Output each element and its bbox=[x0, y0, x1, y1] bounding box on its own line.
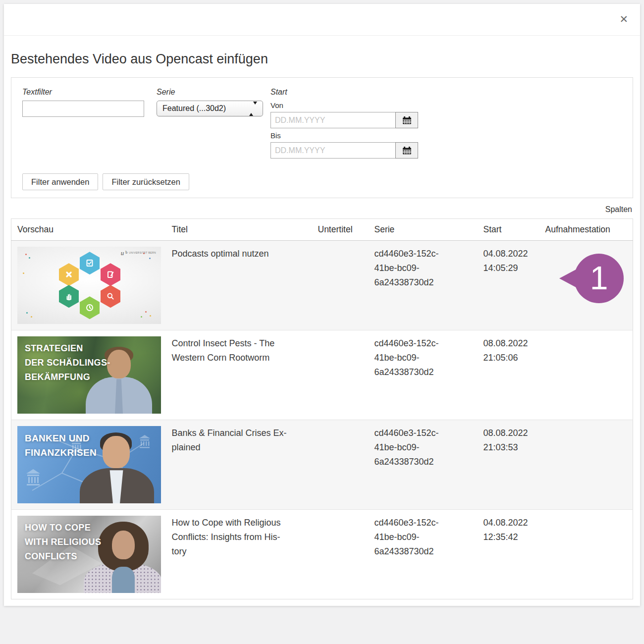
filter-panel: Textfilter Serie Featured (...30d2) Star… bbox=[11, 77, 633, 198]
reset-filter-button[interactable]: Filter zurücksetzen bbox=[103, 173, 189, 190]
hexagon-checklist bbox=[80, 252, 100, 274]
video-thumbnail[interactable]: HOW TO COPE WITH RELIGIOUS CONFLICTS bbox=[17, 516, 161, 593]
column-header-serie: Serie bbox=[375, 219, 483, 241]
untertitel-cell bbox=[318, 241, 375, 330]
table-row[interactable]: HOW TO COPE WITH RELIGIOUS CONFLICTS How… bbox=[11, 510, 633, 599]
title-cell: How to Cope with Religious Conflicts: In… bbox=[172, 510, 318, 599]
von-label: Von bbox=[270, 101, 418, 109]
dialog-body: Bestehendes Video aus Opencast einfügen … bbox=[4, 50, 640, 599]
date-to-input[interactable] bbox=[270, 142, 395, 159]
start-label: Start bbox=[270, 88, 418, 97]
clock-icon bbox=[85, 303, 94, 312]
start-cell: 04.08.2022 12:35:42 bbox=[483, 510, 545, 599]
hexagon-clock bbox=[80, 296, 100, 319]
serie-select-value: Featured (...30d2) bbox=[162, 104, 226, 113]
columns-menu-toggle[interactable]: Spalten bbox=[12, 205, 632, 214]
title-cell: Control Insect Pests - The Western Corn … bbox=[172, 330, 318, 420]
table-header-row: Vorschau Titel Untertitel Serie Start Au… bbox=[11, 219, 633, 241]
thumbnail-title-overlay: BANKEN UND FINANZKRISEN bbox=[25, 431, 97, 460]
close-icon[interactable]: ✕ bbox=[619, 14, 628, 24]
bis-label: Bis bbox=[270, 131, 418, 140]
serie-cell: cd4460e3-152c-41be-bc09-6a24338730d2 bbox=[375, 510, 483, 599]
serie-cell: cd4460e3-152c-41be-bc09-6a24338730d2 bbox=[375, 420, 483, 510]
table-row[interactable]: STRATEGIEN DER SCHÄDLINGS- BEKÄMPFUNG Co… bbox=[11, 330, 633, 420]
calendar-to-button[interactable] bbox=[395, 142, 418, 159]
calendar-icon bbox=[402, 116, 412, 125]
video-thumbnail[interactable]: STRATEGIEN DER SCHÄDLINGS- BEKÄMPFUNG bbox=[17, 336, 161, 414]
hexagon-magnifier bbox=[101, 285, 120, 308]
serie-label: Serie bbox=[157, 88, 270, 97]
column-header-untertitel: Untertitel bbox=[318, 219, 375, 241]
untertitel-cell bbox=[318, 510, 375, 599]
calendar-from-button[interactable] bbox=[395, 112, 418, 128]
checklist-icon bbox=[85, 259, 94, 268]
video-thumbnail[interactable]: ub UNIVERSITÄT BERN bbox=[17, 247, 161, 324]
column-header-titel: Titel bbox=[172, 219, 318, 241]
textfilter-input[interactable] bbox=[22, 101, 144, 117]
table-row[interactable]: BANKEN UND FINANZKRISEN Banks & Financia… bbox=[11, 420, 633, 510]
start-cell: 08.08.2022 21:03:53 bbox=[483, 420, 545, 510]
aufnahmestation-cell bbox=[545, 330, 633, 420]
university-bern-logo: ub UNIVERSITÄT BERN bbox=[121, 251, 156, 256]
select-stepper-icon bbox=[249, 105, 257, 113]
annotation-marker-1: 1 bbox=[558, 249, 624, 308]
thumbnail-title-overlay: STRATEGIEN DER SCHÄDLINGS- BEKÄMPFUNG bbox=[25, 341, 110, 384]
hexagon-hand bbox=[59, 285, 79, 308]
apply-filter-button[interactable]: Filter anwenden bbox=[22, 173, 98, 190]
aufnahmestation-cell bbox=[545, 510, 633, 599]
serie-cell: cd4460e3-152c-41be-bc09-6a24338730d2 bbox=[375, 330, 483, 420]
video-table: Vorschau Titel Untertitel Serie Start Au… bbox=[11, 218, 633, 599]
column-header-vorschau: Vorschau bbox=[11, 219, 172, 241]
confetti-dots bbox=[25, 254, 27, 255]
start-cell: 04.08.2022 14:05:29 bbox=[483, 241, 545, 330]
dialog-header: ✕ bbox=[4, 4, 640, 36]
table-row[interactable]: ub UNIVERSITÄT BERN bbox=[11, 241, 633, 330]
thumbnail-title-overlay: HOW TO COPE WITH RELIGIOUS CONFLICTS bbox=[25, 521, 101, 564]
calendar-icon bbox=[402, 146, 412, 155]
serie-select[interactable]: Featured (...30d2) bbox=[157, 101, 263, 116]
hexagon-clipboard bbox=[101, 263, 120, 286]
column-header-aufnahmestation: Aufnahmestation bbox=[545, 219, 633, 241]
untertitel-cell bbox=[318, 330, 375, 420]
video-thumbnail[interactable]: BANKEN UND FINANZKRISEN bbox=[17, 426, 161, 503]
page-title: Bestehendes Video aus Opencast einfügen bbox=[11, 50, 633, 68]
title-cell: Banks & Financial Crises Ex­plained bbox=[172, 420, 318, 510]
annotation-number: 1 bbox=[584, 256, 614, 300]
title-cell: Podcasts optimal nutzen bbox=[172, 241, 318, 330]
untertitel-cell bbox=[318, 420, 375, 510]
clipboard-pen-icon bbox=[106, 270, 115, 279]
start-cell: 08.08.2022 21:05:06 bbox=[483, 330, 545, 420]
textfilter-label: Textfilter bbox=[22, 88, 157, 97]
aufnahmestation-cell bbox=[545, 420, 633, 510]
date-from-input[interactable] bbox=[270, 112, 395, 128]
x-icon bbox=[64, 270, 73, 279]
hand-icon bbox=[64, 292, 73, 301]
column-header-start: Start bbox=[483, 219, 545, 241]
serie-cell: cd4460e3-152c-41be-bc09-6a24338730d2 bbox=[375, 241, 483, 330]
hexagon-x bbox=[59, 263, 79, 286]
magnifier-icon bbox=[106, 292, 115, 301]
opencast-dialog: ✕ Bestehendes Video aus Opencast einfüge… bbox=[4, 4, 640, 606]
